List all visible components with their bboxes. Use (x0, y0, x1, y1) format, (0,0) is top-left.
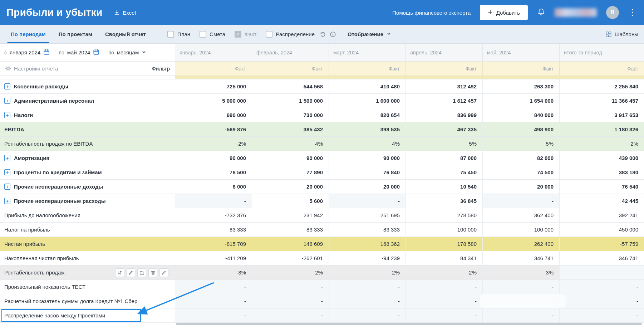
templates-button[interactable]: Шаблоны (605, 31, 638, 38)
kebab-menu-icon[interactable]: ⋮ (628, 8, 637, 17)
chevron-down-icon (142, 49, 146, 56)
expand-plus-icon[interactable]: + (4, 83, 10, 89)
row-label-cell[interactable]: Чистая прибыль (0, 237, 175, 251)
edit-icon[interactable] (126, 268, 135, 277)
row-label-cell[interactable]: +Косвенные расходы (0, 79, 175, 93)
row-label-cell[interactable]: +Амортизация (0, 151, 175, 165)
delete-icon[interactable] (148, 268, 157, 277)
row-values: -5 600-36 845-42 445 (175, 194, 644, 208)
row-label-cell[interactable]: Распределение часов между Проектами (0, 308, 175, 322)
toolbar-checkbox[interactable]: Смета (200, 31, 225, 38)
user-avatar[interactable]: B (606, 6, 619, 19)
table-row[interactable]: Прибыль до налогообложения-732 376231 94… (0, 208, 644, 223)
row-label-cell[interactable]: EBITDA (0, 122, 175, 136)
table-row[interactable]: Расчетный показатель суммы долга Кредит … (0, 294, 644, 308)
table-row[interactable]: +Прочие неоперационные доходы6 00020 000… (0, 180, 644, 194)
download-icon (114, 9, 120, 16)
value-cell: 4% (329, 137, 406, 151)
chevron-down-icon (387, 31, 391, 37)
value-cell: -732 376 (175, 208, 252, 222)
row-label-cell[interactable]: +Проценты по кредитам и займам (0, 165, 175, 179)
tab[interactable]: По периодам (4, 25, 52, 43)
row-label-cell[interactable]: Произвольный показатель ТЕСТ (0, 280, 175, 294)
date-from-picker[interactable]: с января 2024 (0, 44, 54, 61)
table-row[interactable]: +Амортизация90 00090 00090 00087 00082 0… (0, 151, 644, 165)
row-label-cell[interactable]: Рентабельность продаж (0, 266, 175, 279)
toolbar-checkbox[interactable]: ✓Факт (235, 31, 256, 38)
folder-icon[interactable] (137, 268, 146, 277)
table-row[interactable]: Накопленная чистая прибыль-411 209-262 6… (0, 251, 644, 266)
templates-icon (605, 31, 612, 38)
table-row[interactable]: +Налоги690 000730 000820 654836 999840 0… (0, 108, 644, 122)
info-icon[interactable] (330, 31, 336, 38)
granularity-label: по (108, 50, 114, 55)
table-row[interactable]: Чистая прибыль-815 709148 609168 362178 … (0, 237, 644, 251)
row-label-cell[interactable]: +Административный персонал (0, 94, 175, 108)
row-label-cell[interactable]: Рентабельность продаж по EBITDA (0, 137, 175, 151)
row-label-cell[interactable]: Накопленная чистая прибыль (0, 251, 175, 265)
add-button[interactable]: + Добавить (480, 5, 528, 20)
reset-distribution-icon[interactable] (320, 31, 326, 38)
granularity-select[interactable]: по месяцам (104, 44, 175, 61)
checkbox-box[interactable]: ✓ (235, 31, 241, 38)
calendar-icon[interactable] (93, 49, 99, 57)
expand-plus-icon[interactable]: + (4, 169, 10, 175)
sort-icon[interactable] (115, 268, 124, 277)
checkbox-box[interactable] (266, 31, 272, 38)
table-row[interactable]: Рентабельность продаж-3%2%2%2%3%- (0, 266, 644, 280)
row-label-cell[interactable]: +Прочие неоперационные расходы (0, 194, 175, 208)
tab[interactable]: Сводный отчет (99, 25, 152, 43)
excel-export-button[interactable]: Excel (114, 9, 136, 16)
checkbox-box[interactable] (200, 31, 206, 38)
value-cell: - (329, 280, 406, 294)
row-label-cell[interactable]: Налог на прибыль (0, 223, 175, 237)
value-cell: 90 000 (175, 151, 252, 165)
value-cell: 2% (252, 266, 329, 279)
row-label-cell[interactable]: Прибыль до налогообложения (0, 208, 175, 222)
display-dropdown[interactable]: Отображение (348, 31, 391, 37)
row-values: ------ (175, 308, 644, 322)
horizontal-scrollbar[interactable] (176, 323, 642, 325)
value-cell: 90 000 (329, 151, 406, 165)
value-cell: 78 500 (175, 165, 252, 179)
value-cell: - (560, 294, 644, 308)
value-cell: 346 741 (483, 251, 560, 265)
table-row[interactable]: Распределение часов между Проектами-----… (0, 308, 644, 323)
table-row[interactable]: +Косвенные расходы725 000544 568410 4803… (0, 79, 644, 94)
expand-plus-icon[interactable]: + (4, 198, 10, 204)
report-settings-button[interactable]: Настройки отчета (5, 65, 58, 72)
row-label: Прочие неоперационные доходы (14, 184, 103, 190)
tab[interactable]: По проектам (52, 25, 99, 43)
row-label-cell[interactable]: +Прочие неоперационные доходы (0, 180, 175, 194)
table-row[interactable]: +Прочие неоперационные расходы-5 600-36 … (0, 194, 644, 208)
row-label-cell[interactable]: +Налоги (0, 108, 175, 122)
expand-plus-icon[interactable]: + (4, 112, 10, 118)
toolbar-checkbox[interactable]: Распределение (266, 31, 315, 38)
table-row[interactable]: Налог на прибыль83 33383 33383 333100 00… (0, 223, 644, 237)
value-cell: 5 600 (252, 194, 329, 208)
checkbox-label: План (177, 31, 190, 37)
notifications-bell-icon[interactable] (537, 8, 545, 18)
row-label: Косвенные расходы (14, 83, 68, 89)
row-label-cell[interactable]: Расчетный показатель суммы долга Кредит … (0, 294, 175, 308)
table-row[interactable]: +Проценты по кредитам и займам78 50077 8… (0, 165, 644, 180)
expert-help-link[interactable]: Помощь финансового эксперта (392, 10, 471, 16)
expand-plus-icon[interactable]: + (4, 184, 10, 190)
table-row[interactable]: EBITDA-569 876385 432398 535467 335498 9… (0, 122, 644, 137)
table-row[interactable]: +Административный персонал5 000 0001 500… (0, 94, 644, 108)
table-row[interactable]: Рентабельность продаж по EBITDA-2%4%4%5%… (0, 137, 644, 151)
expand-plus-icon[interactable]: + (4, 98, 10, 104)
value-cell: - (175, 280, 252, 294)
filter-button[interactable]: Фильтр (152, 65, 170, 72)
value-cell: 20 000 (329, 180, 406, 194)
date-to-picker[interactable]: по май 2024 (54, 44, 104, 61)
pen-icon[interactable] (159, 268, 168, 277)
row-values: -2%4%4%5%5%2% (175, 137, 644, 151)
checkbox-box[interactable] (167, 31, 174, 38)
expand-plus-icon[interactable]: + (4, 155, 10, 161)
calendar-icon[interactable] (43, 49, 50, 57)
table-row[interactable]: Произвольный показатель ТЕСТ------ (0, 280, 644, 294)
row-values: 90 00090 00090 00087 00082 000439 000 (175, 151, 644, 165)
toolbar-checkbox[interactable]: План (167, 31, 190, 38)
value-cell: 77 890 (252, 165, 329, 179)
